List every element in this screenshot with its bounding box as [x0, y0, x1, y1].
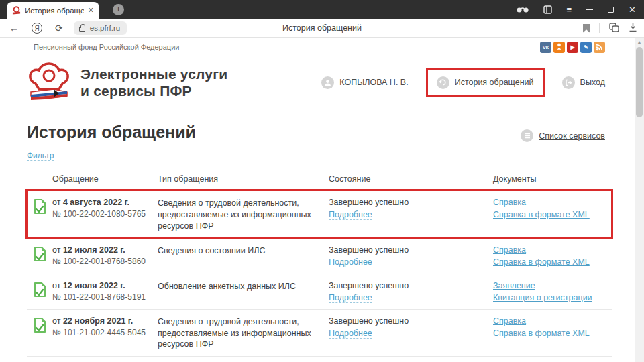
- download-icon[interactable]: [629, 23, 637, 34]
- brand-title: Электронные услуги и сервисы ПФР: [80, 66, 227, 99]
- minimize-icon[interactable]: [586, 9, 593, 10]
- row-date-prefix: от: [52, 281, 63, 290]
- url-text: es.pfrf.ru: [90, 24, 120, 32]
- livejournal-icon[interactable]: ✎: [580, 42, 592, 53]
- new-tab-button[interactable]: +: [113, 4, 124, 15]
- pfr-favicon: [12, 6, 21, 15]
- row-status: Завершено успешно: [329, 198, 493, 207]
- row-number: № 101-21-002-4445-5045: [52, 328, 146, 337]
- details-link[interactable]: Подробнее: [329, 257, 372, 267]
- table-row: от 12 июля 2022 г. № 101-22-001-8768-519…: [27, 274, 612, 309]
- close-icon[interactable]: ✕: [629, 5, 636, 14]
- details-link[interactable]: Подробнее: [329, 293, 372, 303]
- col-header: Тип обращения: [158, 174, 329, 184]
- collections-icon[interactable]: [609, 23, 619, 34]
- services-link[interactable]: Список сервисов: [539, 131, 605, 141]
- row-number: № 100-22-002-1080-5765: [52, 209, 146, 219]
- table-row: от 12 июля 2022 г. № 100-22-001-8768-586…: [27, 238, 612, 274]
- document-link[interactable]: Справка: [493, 245, 526, 255]
- row-status: Завершено успешно: [329, 316, 493, 326]
- services-list-icon: [521, 129, 533, 142]
- document-link[interactable]: Справка в формате XML: [493, 328, 590, 338]
- request-meta: от 22 ноября 2021 г. № 101-21-002-4445-5…: [52, 316, 146, 351]
- success-doc-icon: [34, 317, 46, 351]
- site-name: Пенсионный фонд Российской Федерации: [34, 43, 179, 51]
- browser-tab[interactable]: История обращений ✕: [7, 2, 99, 19]
- table-row: от 4 августа 2022 г. № 100-22-002-1080-5…: [27, 190, 612, 238]
- table-header: Обращение Тип обращения Состояние Докуме…: [27, 170, 612, 190]
- row-docs: СправкаСправка в формате XML: [493, 316, 612, 351]
- col-header: Документы: [493, 174, 612, 184]
- logout-menu[interactable]: Выход: [562, 76, 605, 89]
- reload-icon[interactable]: ⟳: [55, 23, 63, 34]
- browser-toolbar: История обращений ← Я ⟳ es.pfrf.ru: [0, 19, 644, 38]
- rss-icon[interactable]: [594, 42, 605, 53]
- document-link[interactable]: Квитанция о регистрации: [493, 293, 592, 302]
- tab-title: История обращений: [25, 7, 84, 15]
- success-doc-icon: [34, 198, 46, 232]
- restore-icon[interactable]: [608, 7, 614, 13]
- brand[interactable]: Электронные услуги и сервисы ПФР: [27, 62, 227, 103]
- services-menu[interactable]: Список сервисов: [521, 129, 605, 142]
- details-link[interactable]: Подробнее: [329, 328, 372, 339]
- requests-table: Обращение Тип обращения Состояние Докуме…: [27, 170, 612, 362]
- panel-icon[interactable]: [543, 5, 552, 14]
- page-scrollbar[interactable]: ▲: [635, 38, 644, 362]
- page-content: Пенсионный фонд Российской Федерации vk …: [0, 38, 635, 362]
- scrollbar-thumb[interactable]: [636, 47, 643, 117]
- success-doc-icon: [34, 246, 46, 267]
- row-status: Завершено успешно: [329, 245, 493, 255]
- history-icon: [437, 76, 449, 89]
- yandex-icon[interactable]: Я: [32, 23, 42, 34]
- request-meta: от 4 августа 2022 г. № 100-22-002-1080-5…: [52, 198, 146, 232]
- youtube-icon[interactable]: ▶: [567, 42, 578, 53]
- row-type: Сведения о состоянии ИЛС: [158, 245, 329, 267]
- row-docs: ЗаявлениеКвитанция о регистрации: [493, 281, 612, 303]
- address-bar[interactable]: es.pfrf.ru: [74, 21, 127, 35]
- row-docs: СправкаСправка в формате XML: [493, 245, 612, 267]
- document-link[interactable]: Справка в формате XML: [493, 210, 590, 219]
- annotation-box-history: История обращений: [426, 68, 545, 97]
- browser-titlebar: История обращений ✕ + ≡ ✕: [0, 0, 644, 19]
- document-link[interactable]: Справка в формате XML: [493, 257, 590, 267]
- page-title: История обращений: [27, 123, 196, 142]
- vk-icon[interactable]: vk: [540, 42, 551, 53]
- user-link[interactable]: КОПЫЛОВА Н. В.: [339, 78, 408, 87]
- history-link[interactable]: История обращений: [455, 78, 534, 87]
- history-menu[interactable]: История обращений: [437, 76, 534, 89]
- row-type: Сведения о трудовой деятельности, предос…: [158, 198, 329, 232]
- row-date: 4 августа 2022 г.: [63, 198, 129, 207]
- pfr-logo-icon: [27, 62, 71, 103]
- toolbar-divider: [599, 23, 600, 33]
- row-status: Завершено успешно: [329, 281, 493, 290]
- col-header: Обращение: [27, 174, 158, 184]
- menu-icon[interactable]: ≡: [567, 5, 572, 14]
- row-date: 22 ноября 2021 г.: [63, 316, 133, 326]
- request-meta: от 12 июля 2022 г. № 100-22-001-8768-586…: [52, 245, 146, 267]
- bookmark-flag-icon[interactable]: [583, 24, 590, 33]
- row-number: № 100-22-001-8768-5860: [52, 257, 146, 266]
- lock-icon: [79, 27, 85, 32]
- odnoklassniki-icon[interactable]: [553, 42, 565, 53]
- table-row: от 12 мая 2021 г. № 100-21-000-8221-3950…: [27, 356, 612, 362]
- row-date-prefix: от: [52, 198, 63, 207]
- filter-link[interactable]: Фильтр: [27, 151, 54, 161]
- details-link[interactable]: Подробнее: [329, 210, 372, 220]
- table-body: от 4 августа 2022 г. № 100-22-002-1080-5…: [27, 190, 612, 362]
- document-link[interactable]: Справка: [493, 316, 526, 326]
- logout-icon: [562, 76, 575, 89]
- row-date-prefix: от: [52, 316, 63, 326]
- row-type: Сведения о трудовой деятельности, предос…: [158, 316, 329, 351]
- logout-link[interactable]: Выход: [580, 78, 605, 87]
- scroll-up-icon[interactable]: ▲: [635, 38, 644, 46]
- document-link[interactable]: Справка: [493, 198, 526, 207]
- user-icon: [321, 76, 334, 89]
- user-menu[interactable]: КОПЫЛОВА Н. В.: [321, 76, 408, 89]
- request-meta: от 12 июля 2022 г. № 101-22-001-8768-519…: [52, 281, 146, 303]
- document-link[interactable]: Заявление: [493, 281, 535, 290]
- tab-close-icon[interactable]: ✕: [88, 6, 94, 15]
- incognito-glasses-icon: [517, 7, 529, 13]
- row-docs: СправкаСправка в формате XML: [493, 198, 612, 232]
- back-icon[interactable]: ←: [9, 23, 19, 34]
- success-doc-icon: [34, 282, 46, 303]
